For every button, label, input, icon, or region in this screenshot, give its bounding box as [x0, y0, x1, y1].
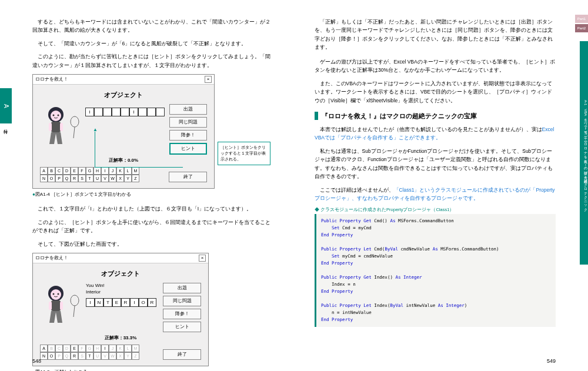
- letter-box: R: [148, 298, 156, 307]
- alpha-button[interactable]: G: [86, 345, 93, 352]
- alpha-button[interactable]: T: [86, 175, 93, 182]
- letter-box: [121, 108, 129, 116]
- alpha-button[interactable]: I: [101, 345, 109, 352]
- alpha-button[interactable]: F: [78, 167, 86, 175]
- alpha-button[interactable]: E: [71, 167, 78, 175]
- svg-rect-13: [51, 300, 61, 311]
- alpha-button[interactable]: J: [109, 345, 116, 352]
- alpha-button[interactable]: O: [48, 175, 55, 182]
- end-button[interactable]: 終了: [163, 349, 201, 360]
- alpha-button[interactable]: Z: [132, 352, 139, 360]
- close-icon[interactable]: ×: [205, 76, 212, 83]
- alpha-button[interactable]: X: [116, 352, 124, 360]
- alpha-button[interactable]: U: [93, 175, 101, 182]
- alpha-button[interactable]: J: [109, 167, 116, 175]
- alpha-button[interactable]: M: [132, 345, 139, 352]
- alpha-button[interactable]: Q: [63, 175, 71, 182]
- alpha-button[interactable]: S: [78, 352, 86, 360]
- alpha-button[interactable]: Z: [132, 175, 139, 182]
- paragraph: ゲームの遊び方は以上ですが、Excel VBAのキーワードをすべて知っている筆者…: [315, 58, 556, 75]
- letter-box: I: [85, 108, 94, 116]
- character-icon: [40, 283, 72, 327]
- alpha-button[interactable]: U: [93, 352, 101, 360]
- svg-rect-5: [49, 123, 52, 131]
- alpha-button[interactable]: C: [55, 345, 63, 352]
- alpha-button[interactable]: V: [101, 352, 109, 360]
- paragraph: このように、勘が当たらずに苦戦したときには［ヒント］ボタンをクリックしてみましょ…: [32, 52, 273, 69]
- svg-line-8: [74, 127, 75, 138]
- figure-a1-4: ロロナを救え！ × オブジェクト: [32, 74, 215, 189]
- alpha-button[interactable]: S: [78, 175, 86, 182]
- code-heading: クラスモジュールに作成されたPropertyプロシージャ（Class1）: [315, 207, 556, 213]
- hint-button[interactable]: ヒント: [169, 143, 207, 155]
- arrow-head: ▲: [93, 127, 98, 132]
- character-area: [40, 104, 81, 155]
- letter-box: N: [95, 298, 103, 307]
- same-question-button[interactable]: 同じ問題: [163, 296, 201, 306]
- alpha-button[interactable]: R: [71, 352, 78, 360]
- alpha-button[interactable]: X: [116, 175, 124, 182]
- alpha-button[interactable]: T: [86, 352, 93, 360]
- alpha-button[interactable]: P: [55, 175, 63, 182]
- accuracy-label: 正解率：33.3%: [40, 335, 201, 341]
- svg-rect-14: [49, 302, 52, 310]
- balloon-icon: [69, 116, 81, 139]
- alpha-button[interactable]: R: [71, 175, 78, 182]
- letter-box: [112, 108, 121, 116]
- svg-point-10: [51, 289, 61, 300]
- alpha-button[interactable]: K: [116, 167, 124, 175]
- hint-button[interactable]: ヒント: [163, 322, 201, 332]
- alpha-button[interactable]: C: [55, 167, 63, 175]
- giveup-button[interactable]: 降参！: [163, 309, 201, 319]
- character-area: [40, 283, 81, 332]
- question-button[interactable]: 出題: [169, 104, 207, 115]
- alpha-button[interactable]: P: [55, 352, 63, 360]
- alpha-button[interactable]: W: [109, 352, 116, 360]
- alpha-button[interactable]: A: [40, 345, 48, 352]
- alpha-button[interactable]: D: [63, 167, 71, 175]
- heading-bar-icon: [315, 112, 318, 120]
- end-button[interactable]: 終了: [169, 172, 207, 182]
- same-question-button[interactable]: 同じ問題: [169, 117, 207, 128]
- svg-rect-4: [51, 122, 61, 132]
- page-number: 548: [32, 358, 41, 364]
- status-win: You Win!: [86, 283, 158, 288]
- svg-point-7: [71, 116, 79, 127]
- tab-part2: Part2: [575, 24, 588, 32]
- letter-box: I: [130, 298, 139, 307]
- paragraph: これで、１文字目が「I」とわかりました（上図では、６文字目も「I」になっています…: [32, 205, 273, 213]
- alpha-button[interactable]: W: [109, 175, 116, 182]
- status-answer: Interior: [86, 289, 158, 295]
- alpha-button[interactable]: Q: [63, 352, 71, 360]
- alpha-button[interactable]: H: [93, 345, 101, 352]
- alpha-button[interactable]: L: [124, 167, 132, 175]
- paragraph: ここでは詳細は述べませんが、「Class1」というクラスモジュールに作成されてい…: [315, 186, 556, 203]
- alpha-button[interactable]: V: [101, 175, 109, 182]
- alpha-button[interactable]: Y: [124, 175, 132, 182]
- alpha-button[interactable]: D: [63, 345, 71, 352]
- alpha-button[interactable]: O: [48, 352, 55, 360]
- giveup-button[interactable]: 降参！: [169, 130, 207, 141]
- alpha-button[interactable]: A: [40, 167, 48, 175]
- side-strip: A-1 VBAキーワード当てゲーム『ロロナを救え！』の遊び方と超絶マクロテクニッ…: [580, 41, 588, 265]
- side-tab-appendix: A: [0, 88, 12, 123]
- letter-box: E: [112, 298, 121, 307]
- alpha-button[interactable]: H: [93, 167, 101, 175]
- alpha-button[interactable]: F: [78, 345, 86, 352]
- alpha-button[interactable]: B: [48, 345, 55, 352]
- close-icon[interactable]: ×: [199, 255, 206, 262]
- alpha-button[interactable]: K: [116, 345, 124, 352]
- question-button[interactable]: 出題: [163, 283, 201, 293]
- alpha-button[interactable]: N: [40, 175, 48, 182]
- alpha-button[interactable]: E: [71, 345, 78, 352]
- letter-box: R: [121, 298, 130, 307]
- alpha-button[interactable]: L: [124, 345, 132, 352]
- paragraph: また、このVBAのキーワードはワークシートに入力されていますが、初期状態では非表…: [315, 79, 556, 105]
- alpha-button[interactable]: M: [132, 167, 139, 175]
- callout-box: ［ヒント］ボタンをクリックすると１文字目が表示される。: [218, 142, 270, 165]
- alpha-button[interactable]: Y: [124, 352, 132, 360]
- alpha-button[interactable]: B: [48, 167, 55, 175]
- alpha-button[interactable]: G: [86, 167, 93, 175]
- letter-box: [138, 108, 147, 116]
- alpha-button[interactable]: I: [101, 167, 109, 175]
